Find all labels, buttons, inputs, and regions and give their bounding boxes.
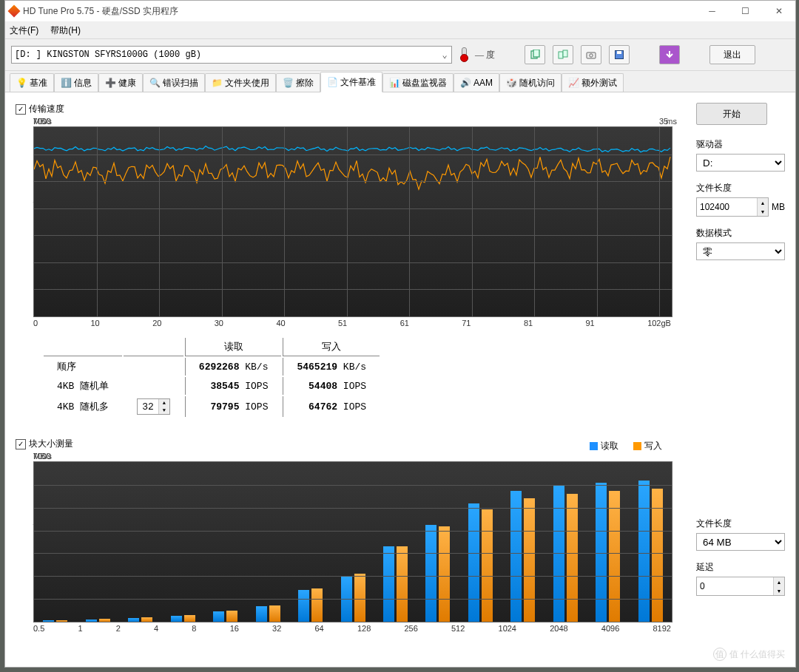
drive-dropdown[interactable]: D:	[696, 154, 785, 172]
tab-3[interactable]: 🔍错误扫描	[143, 73, 205, 92]
tab-6[interactable]: 📄文件基准	[320, 72, 382, 92]
save-icon[interactable]	[609, 45, 630, 64]
temperature-label: — 度	[475, 49, 495, 61]
bar-group	[459, 462, 502, 622]
content-area: 传输速度 MB/sms 7000600050004000300020001000…	[5, 92, 795, 667]
app-icon	[8, 5, 21, 18]
bar-group	[204, 462, 246, 622]
file-length2-label: 文件长度	[696, 517, 785, 530]
drive-select[interactable]: [D: ] KINGSTON SFYRS1000G (1000 gB) ⌄	[11, 46, 452, 64]
menu-file[interactable]: 文件(F)	[10, 24, 38, 37]
bar-legend: 读取 写入	[590, 440, 662, 452]
tab-2[interactable]: ➕健康	[98, 73, 143, 92]
bar-group	[331, 462, 374, 622]
start-button[interactable]: 开始	[696, 103, 767, 125]
bar-group	[289, 462, 331, 622]
tab-4[interactable]: 📁文件夹使用	[205, 73, 276, 92]
file-length-label: 文件长度	[696, 182, 785, 194]
chevron-down-icon: ⌄	[438, 50, 451, 61]
bar-group	[119, 462, 161, 622]
delay-label: 延迟	[696, 561, 785, 574]
exit-button[interactable]: 退出	[709, 45, 755, 64]
result-label: 顺序	[44, 358, 122, 376]
tool-bar: [D: ] KINGSTON SFYRS1000G (1000 gB) ⌄ — …	[5, 39, 795, 71]
bar-group	[34, 462, 76, 622]
bar-group	[587, 462, 629, 622]
drive-label: 驱动器	[696, 138, 785, 151]
file-length-input[interactable]: 102400▲▼	[696, 197, 769, 217]
x-axis: 0102030405161718191102gB	[33, 319, 671, 327]
menu-help[interactable]: 帮助(H)	[50, 24, 81, 37]
tab-1[interactable]: ℹ️信息	[54, 73, 98, 92]
svg-rect-4	[587, 52, 596, 58]
block-size-checkbox[interactable]: 块大小测量	[16, 438, 73, 450]
transfer-chart-wrapper: MB/sms 70006000500040003000200010000 353…	[33, 117, 677, 327]
transfer-chart	[33, 126, 672, 317]
side-panel-top: 开始 驱动器 D: 文件长度 102400▲▼ MB 数据模式 零	[687, 103, 785, 418]
tab-bar: 💡基准ℹ️信息➕健康🔍错误扫描📁文件夹使用🗑️擦除📄文件基准📊磁盘监视器🔊AAM…	[5, 71, 795, 92]
window-title: HD Tune Pro 5.75 - 硬盘/SSD 实用程序	[23, 5, 178, 18]
result-label: 4KB 随机单	[44, 377, 122, 395]
maximize-button[interactable]: ☐	[729, 1, 762, 21]
drive-select-text: [D: ] KINGSTON SFYRS1000G (1000 gB)	[15, 50, 201, 60]
copy-all-icon[interactable]	[553, 45, 573, 64]
title-bar: HD Tune Pro 5.75 - 硬盘/SSD 实用程序 ─ ☐ ✕	[5, 1, 795, 22]
file-length-unit: MB	[772, 202, 785, 212]
bar-group	[502, 462, 544, 622]
side-panel-bottom: 文件长度 64 MB 延迟 0▲▼	[687, 438, 785, 633]
tab-7[interactable]: 📊磁盘监视器	[382, 73, 454, 92]
close-button[interactable]: ✕	[762, 1, 795, 21]
bar-group	[630, 462, 672, 622]
app-window: HD Tune Pro 5.75 - 硬盘/SSD 实用程序 ─ ☐ ✕ 文件(…	[4, 0, 796, 668]
pattern-dropdown[interactable]: 零	[696, 242, 785, 260]
bar-chart	[33, 461, 672, 622]
pattern-label: 数据模式	[696, 227, 785, 240]
bar-x-axis: 0.512481632641282565121024204840968192	[33, 624, 671, 633]
tab-0[interactable]: 💡基准	[10, 73, 54, 92]
copy-icon[interactable]	[525, 45, 545, 64]
file-length2-dropdown[interactable]: 64 MB	[696, 533, 785, 551]
thermometer-icon	[459, 47, 468, 62]
svg-rect-3	[563, 50, 567, 57]
bar-group	[545, 462, 587, 622]
transfer-speed-checkbox[interactable]: 传输速度	[16, 103, 64, 115]
svg-rect-7	[617, 51, 621, 54]
svg-rect-1	[533, 50, 539, 57]
threads-input[interactable]: 32▲▼	[137, 398, 170, 415]
tab-9[interactable]: 🎲随机访问	[499, 73, 562, 92]
tab-10[interactable]: 📈额外测试	[562, 73, 624, 92]
svg-rect-2	[559, 52, 563, 58]
result-label: 4KB 随机多	[44, 396, 122, 417]
tab-5[interactable]: 🗑️擦除	[276, 73, 320, 92]
screenshot-icon[interactable]	[581, 45, 601, 64]
results-table: 读取写入 顺序6292268 KB/s5465219 KB/s4KB 随机单38…	[42, 336, 381, 418]
bar-group	[374, 462, 417, 622]
bar-group	[417, 462, 459, 622]
bar-group	[76, 462, 118, 622]
bar-group	[161, 462, 203, 622]
delay-input[interactable]: 0▲▼	[696, 577, 785, 596]
bar-group	[246, 462, 289, 622]
minimize-button[interactable]: ─	[695, 1, 729, 21]
bar-chart-wrapper: 读取 写入 MB/s 70006000500040003000200010000…	[33, 452, 677, 633]
tab-8[interactable]: 🔊AAM	[454, 73, 499, 92]
menu-bar: 文件(F) 帮助(H)	[5, 22, 795, 39]
arrow-down-icon[interactable]	[659, 45, 680, 64]
watermark: 值值 什么值得买	[713, 648, 785, 661]
